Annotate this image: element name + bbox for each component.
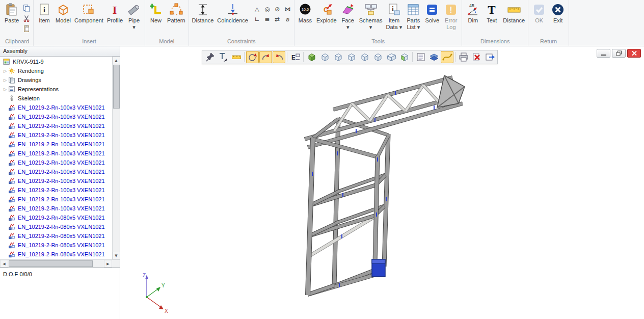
top-view-icon[interactable] [371,51,384,63]
parts-list-button[interactable]: Parts List ▾ [404,2,422,31]
explode-button[interactable]: CExplode [315,2,338,24]
dof-status: D.O.F 0/0/0 [0,268,120,279]
pin-icon[interactable] [203,51,216,63]
edge-view-icon[interactable]: E [289,51,302,63]
tree-item-part[interactable]: EN_10219-2-Rn-100x3 VXEN1021 [0,167,112,176]
measure-icon[interactable] [230,51,243,63]
diameter-constraint-icon[interactable]: ⌀ [283,14,292,24]
scroll-right-arrow-icon[interactable]: ▶ [104,260,112,268]
scroll-thumb[interactable] [113,65,120,109]
tree-item-part[interactable]: EN_10219-2-Rn-100x3 VXEN1021 [0,112,112,121]
iso-view-icon[interactable] [305,51,318,63]
tree-item-part[interactable]: EN_10219-2-Rn-100x3 VXEN1021 [0,204,112,213]
distance-button[interactable]: Distance [191,2,216,24]
scroll-track[interactable] [113,64,120,252]
button-icon-area [506,2,522,17]
profile-button[interactable]: IProfile [105,2,124,24]
layers-icon[interactable] [427,51,440,63]
button-icon-area [225,2,240,17]
scroll-thumb[interactable] [9,260,93,267]
tree-item-part[interactable]: EN_10219-2-Rn-100x3 VXEN1021 [0,121,112,130]
component-button[interactable]: Component [73,2,105,24]
back-view-icon[interactable] [332,51,344,63]
scroll-left-arrow-icon[interactable]: ◀ [0,260,8,268]
mass-button[interactable]: 10.0Mass [296,2,314,24]
close-button[interactable] [627,49,641,58]
rotate-up-icon[interactable] [259,51,272,63]
align-view-icon[interactable] [217,51,229,63]
ribbon-group-constraints: DistanceCoincidence△◎⊘⋈∟≡⇄⌀Constraints [189,0,294,46]
tree-item-root[interactable]: KRVX-911-9 [0,57,112,66]
angle-constraint-icon[interactable]: △ [252,4,262,14]
rotate-side-icon[interactable] [273,51,285,63]
tree-item-part[interactable]: EN_10219-2-Rn-100x3 VXEN1021 [0,140,112,149]
tree-item-part[interactable]: EN_10219-2-Rn-100x3 VXEN1021 [0,195,112,204]
tree-item-representations[interactable]: ▷Representations [0,85,112,94]
model-button[interactable]: Model [54,2,72,24]
right-view-icon[interactable] [358,51,371,63]
swap-constraint-icon[interactable]: ⇄ [273,14,282,24]
expand-arrow-icon[interactable]: ▷ [2,78,8,83]
print-icon[interactable] [457,51,470,63]
view-list-icon[interactable] [414,51,427,63]
tree-item-part[interactable]: EN_10219-2-Rn-100x3 VXEN1021 [0,176,112,185]
tangent-constraint-icon[interactable]: ⊘ [273,4,282,14]
cut-button[interactable] [21,14,32,22]
text-button[interactable]: TText [482,2,501,24]
spline-mode-icon[interactable] [441,51,453,63]
dim-button[interactable]: 45Dim [464,2,482,24]
viewport-3d[interactable]: Z Y X E [120,46,644,319]
solve-button[interactable]: Solve [423,2,441,24]
tree-vertical-scrollbar[interactable]: ▲ ▼ [112,57,120,259]
copy-button[interactable] [21,4,32,12]
part-icon [8,131,16,139]
left-view-icon[interactable] [345,51,358,63]
new-button[interactable]: New [147,2,165,24]
tree-item-rendering[interactable]: ▷Rendering [0,66,112,75]
tree-item-part[interactable]: EN_10219-2-Rn-100x3 VXEN1021 [0,103,112,112]
expand-arrow-icon[interactable]: ▷ [2,69,8,73]
minimize-button[interactable] [597,49,610,58]
perpendicular-constraint-icon[interactable]: ∟ [252,14,262,24]
cut-icon [22,14,31,22]
tree-item-part[interactable]: EN_10219-2-Rn-100x3 VXEN1021 [0,158,112,167]
scroll-up-arrow-icon[interactable]: ▲ [113,57,120,64]
face-view-icon[interactable] [398,51,411,63]
restore-button[interactable] [612,49,626,58]
item-button[interactable]: iItem [35,2,53,24]
copy-special-button[interactable] [21,24,32,33]
ok-button[interactable]: OK [530,2,548,24]
distance-button[interactable]: Distance [501,2,526,24]
tree-item-part[interactable]: EN_10219-2-Rn-100x3 VXEN1021 [0,130,112,140]
face-button[interactable]: Face ▾ [339,2,357,31]
scroll-down-arrow-icon[interactable]: ▼ [113,252,120,259]
symmetry-constraint-icon[interactable]: ⋈ [283,4,292,14]
pipe-button[interactable]: Pipe ▾ [125,2,143,31]
tree-horizontal-scrollbar[interactable]: ◀ ▶ [0,259,120,268]
pattern-button[interactable]: Pattern [166,2,186,24]
coincidence-button[interactable]: Coincidence [216,2,250,24]
schemas-button[interactable]: Schemas ▾ [358,2,384,31]
tree-item-part[interactable]: EN_10219-2-Rn-080x5 VXEN1021 [0,241,112,250]
paste-button[interactable]: Paste [3,2,21,24]
tree-item-part[interactable]: EN_10219-2-Rn-100x3 VXEN1021 [0,185,112,195]
parallel-constraint-icon[interactable]: ≡ [262,14,272,24]
tree-item-part[interactable]: EN_10219-2-Rn-080x5 VXEN1021 [0,213,112,222]
delete-view-icon[interactable] [470,51,483,63]
orbit-icon[interactable] [246,51,259,63]
tree-item-part[interactable]: EN_10219-2-Rn-080x5 VXEN1021 [0,231,112,241]
axonometric-view-icon[interactable] [385,51,397,63]
front-view-icon[interactable] [318,51,331,63]
error-log-button[interactable]: !Error Log [442,2,460,31]
tree-item-skeleton[interactable]: Skeleton [0,94,112,103]
tree-item-part[interactable]: EN_10219-2-Rn-100x3 VXEN1021 [0,149,112,158]
exit-button[interactable]: Exit [549,2,567,24]
expand-arrow-icon[interactable]: ▷ [2,87,8,92]
concentric-constraint-icon[interactable]: ◎ [262,4,272,14]
tree-item-part[interactable]: EN_10219-2-Rn-080x5 VXEN1021 [0,222,112,231]
tree-item-drawings[interactable]: ▷Drawings [0,75,112,85]
item-data-button[interactable]: iItem Data ▾ [385,2,404,31]
tree-item-part[interactable]: EN_10219-2-Rn-080x5 VXEN1021 [0,250,112,259]
toolbar-separator [244,52,245,62]
export-view-icon[interactable] [484,51,496,63]
